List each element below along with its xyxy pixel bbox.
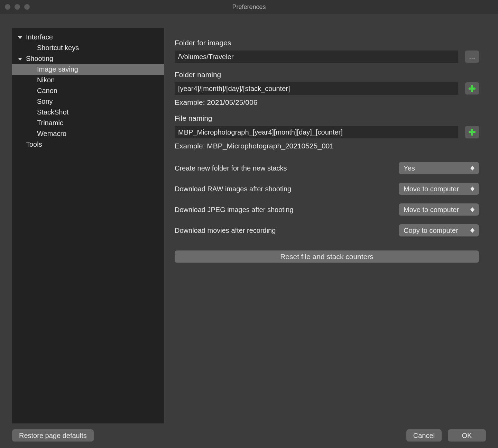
- button-label: OK: [462, 432, 472, 440]
- svg-marker-7: [470, 168, 474, 171]
- folder-naming-example: Example: 2021/05/25/006: [175, 98, 479, 107]
- select-value: Move to computer: [404, 185, 459, 193]
- reset-counters-button[interactable]: Reset file and stack counters: [175, 250, 479, 263]
- download-jpeg-select[interactable]: Move to computer: [399, 203, 479, 216]
- chevron-down-icon: [17, 56, 23, 62]
- tree-label: StackShot: [37, 108, 68, 116]
- tree-label: Image saving: [37, 65, 78, 73]
- download-movies-select[interactable]: Copy to computer: [399, 224, 479, 237]
- updown-icon: [469, 227, 476, 234]
- minimize-window-button[interactable]: [15, 4, 20, 10]
- cancel-button[interactable]: Cancel: [406, 429, 442, 442]
- folder-naming-input[interactable]: [175, 82, 458, 95]
- tree-item-shooting[interactable]: Shooting: [12, 53, 164, 64]
- svg-marker-6: [470, 166, 474, 168]
- select-value: Copy to computer: [404, 227, 458, 235]
- tree-label: Tools: [26, 140, 42, 148]
- svg-marker-9: [470, 189, 474, 191]
- updown-icon: [469, 185, 476, 192]
- svg-marker-13: [470, 230, 474, 233]
- ok-button[interactable]: OK: [448, 429, 486, 442]
- tree-item-trinamic[interactable]: Trinamic: [12, 118, 164, 128]
- preferences-panel: Folder for images … Folder naming Exa: [175, 28, 479, 263]
- close-window-button[interactable]: [5, 4, 10, 10]
- download-jpeg-label: Download JPEG images after shooting: [175, 206, 294, 214]
- tree-label: Wemacro: [37, 130, 66, 138]
- updown-icon: [469, 206, 476, 213]
- svg-marker-10: [470, 207, 474, 210]
- chevron-down-icon: [17, 34, 23, 40]
- tree-label: Canon: [37, 87, 57, 95]
- ellipsis-icon: …: [469, 53, 475, 61]
- tree-item-stackshot[interactable]: StackShot: [12, 107, 164, 118]
- tree-item-nikon[interactable]: Nikon: [12, 75, 164, 85]
- svg-rect-5: [469, 131, 476, 133]
- tree-item-image-saving[interactable]: Image saving: [12, 64, 164, 75]
- window-title: Preferences: [0, 3, 498, 11]
- browse-folder-button[interactable]: …: [465, 51, 479, 63]
- file-naming-example: Example: MBP_Microphotograph_20210525_00…: [175, 142, 479, 150]
- svg-marker-8: [470, 186, 474, 189]
- plus-icon: [468, 128, 476, 136]
- tree-label: Trinamic: [37, 119, 63, 127]
- svg-rect-3: [469, 88, 476, 90]
- tree-label: Interface: [26, 33, 53, 41]
- svg-marker-0: [18, 36, 22, 39]
- tree-label: Nikon: [37, 76, 55, 84]
- download-raw-label: Download RAW images after shooting: [175, 185, 291, 193]
- tree-item-tools[interactable]: Tools: [12, 139, 164, 150]
- tree-item-shortcut-keys[interactable]: Shortcut keys: [12, 43, 164, 53]
- folder-for-images-label: Folder for images: [175, 39, 479, 47]
- folder-for-images-input[interactable]: [175, 51, 458, 63]
- tree-item-wemacro[interactable]: Wemacro: [12, 128, 164, 139]
- svg-marker-11: [470, 210, 474, 212]
- create-new-folder-label: Create new folder for the new stacks: [175, 164, 287, 172]
- plus-icon: [468, 84, 476, 93]
- button-label: Reset file and stack counters: [280, 253, 374, 261]
- updown-icon: [469, 165, 476, 172]
- tree-item-canon[interactable]: Canon: [12, 85, 164, 96]
- tree-item-sony[interactable]: Sony: [12, 96, 164, 107]
- download-raw-select[interactable]: Move to computer: [399, 183, 479, 195]
- create-new-folder-select[interactable]: Yes: [399, 162, 479, 174]
- download-movies-label: Download movies after recording: [175, 227, 276, 235]
- tree-label: Shooting: [26, 55, 53, 63]
- preferences-sidebar: Interface Shortcut keys Shooting Image s…: [12, 28, 164, 423]
- titlebar: Preferences: [0, 0, 498, 14]
- add-file-token-button[interactable]: [465, 126, 479, 138]
- select-value: Yes: [404, 164, 415, 172]
- button-label: Cancel: [413, 432, 435, 440]
- svg-marker-12: [470, 228, 474, 230]
- folder-naming-label: Folder naming: [175, 71, 479, 79]
- select-value: Move to computer: [404, 206, 459, 214]
- add-folder-token-button[interactable]: [465, 82, 479, 95]
- svg-marker-1: [18, 58, 22, 61]
- tree-label: Sony: [37, 98, 53, 106]
- file-naming-input[interactable]: [175, 126, 458, 138]
- tree-label: Shortcut keys: [37, 44, 79, 52]
- zoom-window-button[interactable]: [24, 4, 30, 10]
- tree-item-interface[interactable]: Interface: [12, 32, 164, 43]
- restore-defaults-button[interactable]: Restore page defaults: [12, 429, 94, 442]
- button-label: Restore page defaults: [19, 432, 87, 440]
- file-naming-label: File naming: [175, 114, 479, 122]
